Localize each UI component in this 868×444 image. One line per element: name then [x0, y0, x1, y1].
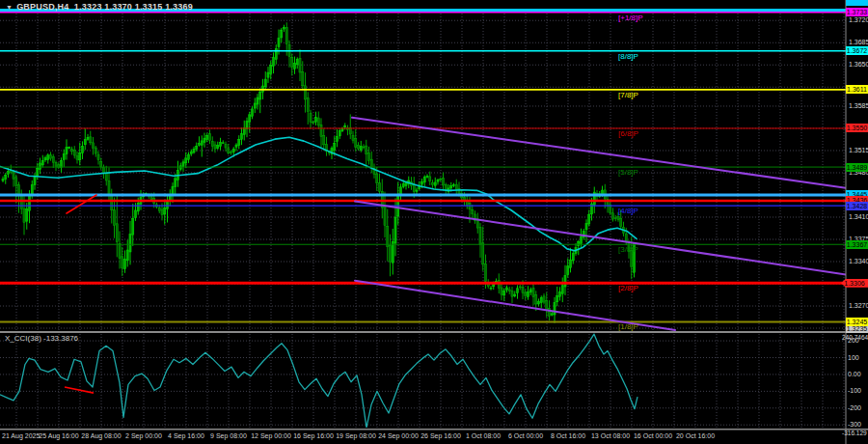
symbol-period-label: GBPUSD,H4 — [16, 2, 68, 12]
level-price-badge: 1.3611 — [846, 85, 868, 94]
murrey-level-label: [8/8]P — [618, 53, 638, 61]
price-axis-label: 1.3685 — [849, 39, 868, 45]
time-axis-label: 9 Sep 08:00 — [210, 432, 247, 439]
time-axis-label: 25 Aug 16:00 — [39, 432, 78, 439]
murrey-level-label: [2/8]P — [618, 285, 638, 292]
mt4-chart-window[interactable]: ▼GBPUSD,H4 1.3323 1.3370 1.3315 1.3369 X… — [0, 0, 868, 444]
time-axis-label: 16 Oct 00:00 — [634, 432, 672, 439]
level-price-badge: 1.3489 — [846, 163, 868, 172]
symbol-dropdown-icon[interactable]: ▼ — [6, 4, 13, 11]
level-price-badge: 1.3428 — [846, 202, 868, 210]
chart-canvas[interactable] — [0, 0, 868, 444]
time-axis-label: 6 Oct 00:00 — [508, 432, 543, 439]
cci-axis-label: -300 — [848, 421, 861, 428]
level-price-badge: 1.3367 — [846, 240, 868, 249]
cci-min-label: -316.129 — [842, 430, 867, 437]
murrey-level-label: [5/8]P — [618, 169, 638, 177]
level-price-badge: 1.3245 — [846, 318, 868, 326]
murrey-level-label: [4/8]P — [618, 208, 638, 215]
time-axis-label: 24 Sep 00:00 — [378, 432, 419, 439]
time-axis-label: 26 Sep 16:00 — [420, 432, 461, 439]
level-price-badge: 1.3733 — [846, 8, 868, 16]
time-axis-label: 28 Aug 08:00 — [81, 432, 121, 439]
price-axis-label: 1.3515 — [849, 147, 868, 153]
trendlines-layer[interactable] — [67, 118, 868, 330]
chart-title: ▼GBPUSD,H4 1.3323 1.3370 1.3315 1.3369 — [6, 3, 193, 12]
cci-indicator-label: X_CCI(38) -133.3876 — [5, 335, 78, 343]
cci-axis-label: 0.00 — [848, 371, 861, 377]
murrey-level-label: [1/8]P — [618, 323, 638, 331]
level-price-badge: 1.3672 — [846, 46, 868, 55]
level-price-badge: 1.3306 — [841, 279, 868, 288]
time-axis-label: 21 Aug 2025 — [2, 432, 40, 439]
price-axis-label: 1.3650 — [849, 61, 868, 68]
time-axis-label: 12 Sep 00:00 — [251, 432, 291, 439]
time-axis-label: 16 Sep 16:00 — [293, 432, 334, 439]
cci-indicator-layer — [0, 334, 637, 428]
cci-max-label: 240.7464 — [842, 335, 868, 342]
cci-axis-label: 100 — [848, 354, 859, 361]
time-axis-label: 8 Oct 16:00 — [551, 432, 585, 439]
cci-axis-label: -100 — [848, 387, 861, 394]
murrey-level-label: [3/8]P — [618, 246, 638, 254]
horizontal-levels-layer[interactable] — [0, 10, 846, 321]
cci-axis-label: -200 — [848, 404, 861, 411]
time-axis-label: 2 Sep 00:00 — [125, 432, 162, 439]
murrey-level-label: [6/8]P — [618, 130, 638, 138]
time-axis-label: 4 Sep 16:00 — [168, 432, 204, 439]
time-axis-label: 19 Sep 08:00 — [336, 432, 376, 439]
price-axis-label: 1.3340 — [849, 258, 868, 264]
clipped-price-badge — [846, 0, 868, 6]
murrey-level-label: [+1/8]P — [618, 14, 643, 22]
price-axis-label: 1.3585 — [849, 102, 868, 109]
time-axis-label: 20 Oct 16:00 — [676, 432, 715, 439]
price-axis-label: 1.3410 — [849, 213, 868, 220]
ohlc-readout: 1.3323 1.3370 1.3315 1.3369 — [74, 2, 193, 12]
price-axis-label: 1.3720 — [849, 16, 868, 23]
level-price-badge: 1.3550 — [846, 124, 868, 132]
time-axis-label: 13 Oct 08:00 — [591, 432, 630, 439]
time-axis-label: 1 Oct 08:00 — [466, 432, 501, 439]
grid-layer — [0, 14, 846, 428]
murrey-level-label: [7/8]P — [618, 92, 638, 99]
price-axis-label: 1.3270 — [849, 302, 868, 309]
